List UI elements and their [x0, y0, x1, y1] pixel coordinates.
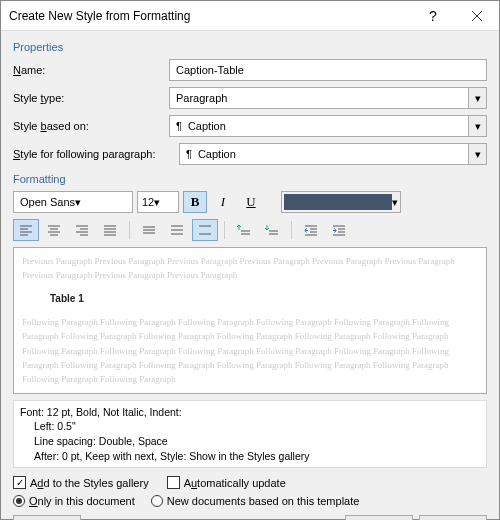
- checkbox-checked-icon: ✓: [13, 476, 26, 489]
- style-type-combo[interactable]: Paragraph ▾: [169, 87, 487, 109]
- style-type-value: Paragraph: [176, 92, 227, 104]
- add-to-gallery-checkbox[interactable]: ✓ Add to the Styles gallery: [13, 476, 149, 489]
- preview-box: Previous Paragraph Previous Paragraph Pr…: [13, 247, 487, 394]
- chevron-down-icon: ▾: [392, 196, 398, 209]
- align-center-button[interactable]: [41, 219, 67, 241]
- close-button[interactable]: [455, 1, 499, 31]
- font-combo[interactable]: Open Sans ▾: [13, 191, 133, 213]
- pilcrow-icon: ¶: [176, 120, 182, 132]
- based-on-combo[interactable]: ¶ Caption ▾: [169, 115, 487, 137]
- font-color-combo[interactable]: ▾: [281, 191, 401, 213]
- titlebar: Create New Style from Formatting ?: [1, 1, 499, 31]
- style-type-label: Style type:: [13, 92, 163, 104]
- cancel-button[interactable]: Cancel: [419, 515, 487, 520]
- name-label: Name:: [13, 64, 163, 76]
- chevron-down-icon: ▾: [154, 196, 160, 209]
- auto-update-checkbox[interactable]: Automatically update: [167, 476, 286, 489]
- align-left-button[interactable]: [13, 219, 39, 241]
- spacing-2-button[interactable]: [192, 219, 218, 241]
- align-right-button[interactable]: [69, 219, 95, 241]
- radio-unchecked-icon: [151, 495, 163, 507]
- separator: [224, 221, 225, 239]
- help-button[interactable]: ?: [411, 1, 455, 31]
- following-label: Style for following paragraph:: [13, 148, 173, 160]
- desc-line: Line spacing: Double, Space: [20, 434, 480, 449]
- decrease-indent-button[interactable]: [298, 219, 324, 241]
- formatting-toolbar-2: [13, 219, 487, 241]
- formatting-toolbar-1: Open Sans ▾ 12 ▾ B I U ▾: [13, 191, 487, 213]
- font-size-combo[interactable]: 12 ▾: [137, 191, 179, 213]
- close-icon: [472, 11, 482, 21]
- following-value: Caption: [198, 148, 236, 160]
- spacing-1.5-button[interactable]: [164, 219, 190, 241]
- based-on-value: Caption: [188, 120, 226, 132]
- based-on-label: Style based on:: [13, 120, 163, 132]
- based-on-row: Style based on: ¶ Caption ▾: [13, 115, 487, 137]
- pilcrow-icon: ¶: [186, 148, 192, 160]
- dialog-window: Create New Style from Formatting ? Prope…: [0, 0, 500, 520]
- footer-buttons: Format ▾ OK Cancel: [13, 515, 487, 520]
- desc-line: Left: 0.5": [20, 419, 480, 434]
- spacing-1-button[interactable]: [136, 219, 162, 241]
- radio-label: New documents based on this template: [167, 495, 360, 507]
- checkbox-label: Automatically update: [184, 477, 286, 489]
- chevron-down-icon: ▾: [75, 196, 81, 209]
- chevron-down-icon: ▾: [468, 116, 486, 136]
- formatting-heading: Formatting: [13, 173, 487, 185]
- name-input[interactable]: [169, 59, 487, 81]
- style-description: Font: 12 pt, Bold, Not Italic, Indent: L…: [13, 400, 487, 469]
- italic-button[interactable]: I: [211, 191, 235, 213]
- checkbox-row: ✓ Add to the Styles gallery Automaticall…: [13, 476, 487, 489]
- preview-sample-text: Table 1: [50, 291, 478, 307]
- separator: [129, 221, 130, 239]
- name-row: Name:: [13, 59, 487, 81]
- desc-line: After: 0 pt, Keep with next, Style: Show…: [20, 449, 480, 464]
- font-value: Open Sans: [20, 196, 75, 208]
- dialog-content: Properties Name: Style type: Paragraph ▾…: [1, 31, 499, 520]
- properties-heading: Properties: [13, 41, 487, 53]
- chevron-down-icon: ▾: [468, 88, 486, 108]
- decrease-space-before-button[interactable]: [259, 219, 285, 241]
- checkbox-unchecked-icon: [167, 476, 180, 489]
- checkbox-label: Add to the Styles gallery: [30, 477, 149, 489]
- underline-button[interactable]: U: [239, 191, 263, 213]
- new-documents-radio[interactable]: New documents based on this template: [151, 495, 360, 507]
- dialog-title: Create New Style from Formatting: [9, 9, 411, 23]
- radio-checked-icon: [13, 495, 25, 507]
- ok-button[interactable]: OK: [345, 515, 413, 520]
- format-button[interactable]: Format ▾: [13, 515, 81, 520]
- following-row: Style for following paragraph: ¶ Caption…: [13, 143, 487, 165]
- bold-button[interactable]: B: [183, 191, 207, 213]
- style-type-row: Style type: Paragraph ▾: [13, 87, 487, 109]
- chevron-down-icon: ▾: [468, 144, 486, 164]
- only-this-doc-radio[interactable]: Only in this document: [13, 495, 135, 507]
- radio-label: Only in this document: [29, 495, 135, 507]
- increase-indent-button[interactable]: [326, 219, 352, 241]
- desc-line: Font: 12 pt, Bold, Not Italic, Indent:: [20, 405, 480, 420]
- preview-ghost-next: Following Paragraph Following Paragraph …: [22, 315, 478, 387]
- separator: [291, 221, 292, 239]
- increase-space-before-button[interactable]: [231, 219, 257, 241]
- color-swatch: [284, 194, 392, 210]
- preview-ghost-prev: Previous Paragraph Previous Paragraph Pr…: [22, 254, 478, 283]
- following-combo[interactable]: ¶ Caption ▾: [179, 143, 487, 165]
- align-justify-button[interactable]: [97, 219, 123, 241]
- radio-row: Only in this document New documents base…: [13, 495, 487, 507]
- font-size-value: 12: [142, 196, 154, 208]
